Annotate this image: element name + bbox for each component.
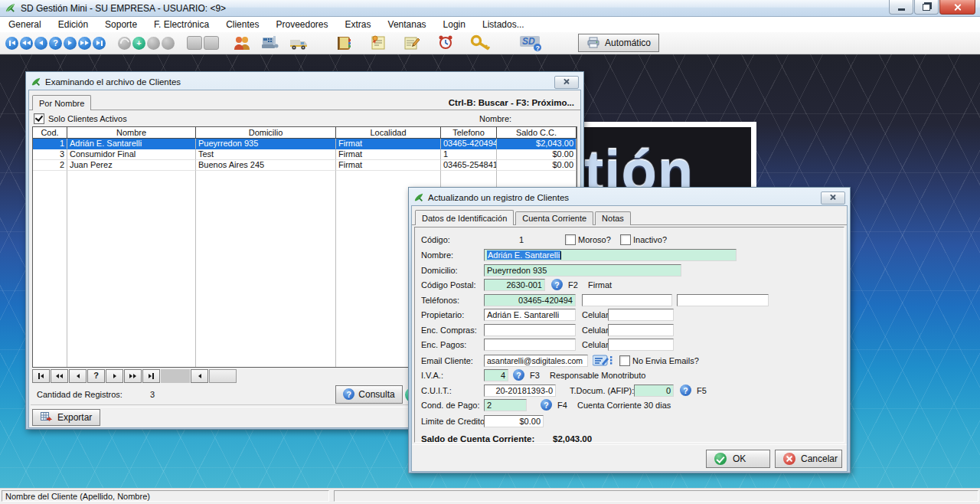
restore-button[interactable] — [914, 0, 939, 15]
cash-register-icon[interactable] — [260, 34, 280, 51]
consulta-button[interactable]: Consulta — [335, 385, 403, 404]
edit-close-button[interactable] — [821, 191, 845, 205]
automatic-print-button[interactable]: Automático — [578, 34, 659, 52]
column-header[interactable]: Telefono — [441, 127, 497, 139]
column-header[interactable]: Nombre — [67, 127, 196, 139]
tab-notas[interactable]: Notas — [595, 211, 631, 225]
menu-ventanas[interactable]: Ventanas — [380, 17, 435, 32]
moroso-checkbox[interactable] — [565, 234, 576, 245]
cell[interactable]: Buenos Aires 245 — [196, 160, 336, 171]
column-header[interactable]: Localidad — [336, 127, 441, 139]
phonebook-icon[interactable] — [335, 34, 354, 51]
cell[interactable]: Firmat — [336, 160, 441, 171]
cell[interactable]: $0.00 — [497, 149, 577, 160]
cell[interactable]: Pueyrredon 935 — [196, 139, 336, 149]
add-record-button[interactable]: + — [132, 37, 145, 50]
grid-nav-first-button[interactable] — [32, 369, 50, 383]
nav-search-button[interactable] — [49, 37, 62, 50]
help-icon[interactable] — [680, 385, 691, 396]
tdoc-field[interactable]: 0 — [634, 385, 674, 397]
cell[interactable]: Adrián E. Santarelli — [67, 139, 196, 149]
cell[interactable]: Test — [196, 149, 336, 160]
compras-celular-field[interactable] — [608, 324, 674, 336]
tab-cuenta-corriente[interactable]: Cuenta Corriente — [515, 211, 593, 225]
only-active-checkbox[interactable] — [34, 113, 44, 124]
grid-nav-prev-button[interactable] — [69, 369, 87, 383]
cuit-field[interactable]: 20-20181393-0 — [484, 385, 556, 397]
cell[interactable]: Firmat — [336, 139, 441, 149]
cell[interactable]: 03465-420494 — [441, 139, 497, 149]
browse-close-button[interactable] — [554, 76, 579, 89]
table-row[interactable]: 3 Consumidor Final Test Firmat 1 $0.00 — [33, 149, 577, 160]
column-header[interactable]: Saldo C.C. — [497, 127, 577, 139]
cell[interactable]: 2 — [33, 160, 67, 171]
cell[interactable]: Consumidor Final — [67, 149, 196, 160]
enc-compras-field[interactable] — [484, 324, 576, 336]
cell[interactable]: $2,043.00 — [497, 139, 577, 149]
grid-nav-search-button[interactable] — [87, 369, 105, 383]
cell[interactable]: $0.00 — [497, 160, 577, 171]
nav-prev-button[interactable] — [34, 37, 47, 50]
cell[interactable]: Firmat — [336, 149, 441, 160]
cell[interactable]: 03465-254841 — [441, 160, 497, 171]
propietario-field[interactable]: Adrián E. Santarelli — [484, 309, 576, 321]
grid-nav-last-button[interactable] — [142, 369, 160, 383]
telefono1-field[interactable]: 03465-420494 — [484, 294, 576, 306]
nav-first-button[interactable] — [5, 37, 18, 50]
column-header[interactable]: Domicilio — [196, 127, 336, 139]
close-button[interactable] — [939, 0, 975, 15]
ok-button[interactable]: OK — [706, 450, 770, 468]
email-field[interactable]: asantarelli@sdigitales.com — [484, 355, 588, 367]
help-icon[interactable] — [541, 399, 552, 411]
menu-proveedores[interactable]: Proveedores — [267, 17, 336, 32]
clients-icon[interactable] — [233, 35, 253, 51]
iva-field[interactable]: 4 — [484, 369, 508, 381]
scrollbar-thumb[interactable] — [209, 369, 237, 383]
menu-clientes[interactable]: Clientes — [217, 17, 267, 32]
nombre-field[interactable]: Adrián E. Santarelli — [484, 249, 737, 261]
menu-login[interactable]: Login — [435, 17, 474, 32]
send-email-icon[interactable] — [593, 355, 614, 367]
scroll-left-button[interactable] — [191, 369, 208, 383]
sd-help-icon[interactable]: SD ? — [519, 34, 544, 52]
telefono2-field[interactable] — [582, 294, 672, 306]
alarm-clock-icon[interactable] — [436, 34, 455, 51]
scrollbar-track[interactable] — [161, 369, 190, 383]
menu-f-electronica[interactable]: F. Electrónica — [145, 17, 217, 32]
cancelar-button[interactable]: Cancelar — [775, 450, 842, 468]
tab-por-nombre[interactable]: Por Nombre — [32, 95, 91, 110]
exportar-button[interactable]: Exportar — [32, 409, 100, 426]
nav-last-button[interactable] — [93, 37, 106, 50]
menu-edicion[interactable]: Edición — [50, 17, 96, 32]
suppliers-truck-icon[interactable] — [288, 34, 309, 51]
minimize-button[interactable] — [889, 0, 913, 15]
menu-soporte[interactable]: Soporte — [96, 17, 145, 32]
cell[interactable]: 3 — [33, 149, 67, 160]
notes-icon[interactable] — [403, 34, 421, 51]
grid-nav-next-button[interactable] — [106, 369, 123, 383]
cond-pago-field[interactable]: 2 — [484, 399, 527, 411]
menu-general[interactable]: General — [0, 17, 50, 32]
help-icon[interactable] — [513, 369, 524, 381]
nav-next-button[interactable] — [64, 37, 77, 50]
column-header[interactable]: Cod. — [33, 127, 67, 139]
pagos-celular-field[interactable] — [608, 339, 674, 351]
help-icon[interactable] — [551, 279, 563, 290]
limite-credito-field[interactable]: $0.00 — [484, 415, 544, 427]
menu-listados[interactable]: Listados... — [474, 17, 533, 32]
cell[interactable]: Juan Perez — [67, 160, 196, 171]
certificate-icon[interactable] — [369, 34, 387, 51]
table-row-selected[interactable]: 1 Adrián E. Santarelli Pueyrredon 935 Fi… — [33, 139, 577, 149]
table-row[interactable]: 2 Juan Perez Buenos Aires 245 Firmat 034… — [33, 160, 577, 171]
grid-nav-fast-prev-button[interactable] — [51, 369, 68, 383]
nav-fast-prev-button[interactable] — [20, 37, 33, 50]
grid-nav-fast-next-button[interactable] — [124, 369, 142, 383]
key-icon[interactable] — [470, 34, 493, 51]
telefono3-field[interactable] — [677, 294, 769, 306]
menu-extras[interactable]: Extras — [337, 17, 380, 32]
inactivo-checkbox[interactable] — [620, 234, 631, 245]
nav-fast-next-button[interactable] — [78, 37, 91, 50]
enc-pagos-field[interactable] — [484, 339, 576, 351]
no-emails-checkbox[interactable] — [619, 355, 630, 366]
cell[interactable]: 1 — [441, 149, 497, 160]
